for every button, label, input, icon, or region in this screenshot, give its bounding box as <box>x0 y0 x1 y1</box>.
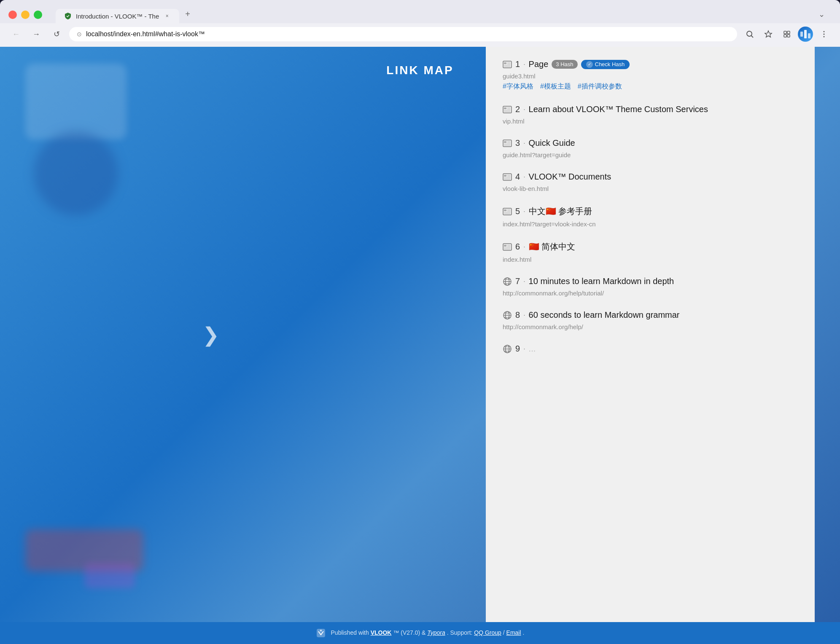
more-icon <box>820 30 828 38</box>
svg-rect-4 <box>787 31 790 34</box>
link-tag[interactable]: #字体风格 <box>503 82 533 91</box>
link-item-title: 5 · 中文🇨🇳 参考手册 <box>503 206 798 217</box>
item-number: 3 <box>515 138 520 148</box>
active-tab[interactable]: Introduction - VLOOK™ - The × <box>56 9 179 23</box>
item-name: Page <box>529 59 549 69</box>
star-icon <box>764 30 773 38</box>
close-button[interactable] <box>8 11 17 19</box>
minimize-button[interactable] <box>21 11 30 19</box>
vlook-footer-icon <box>316 628 326 638</box>
bookmark-button[interactable] <box>761 27 776 42</box>
item-number: 6 <box>515 242 520 252</box>
footer-vlook-link[interactable]: VLOOK <box>371 629 392 636</box>
check-icon: ✓ <box>586 61 593 68</box>
item-number: 9 <box>515 344 520 354</box>
page-icon <box>503 243 512 251</box>
tab-title: Introduction - VLOOK™ - The <box>76 13 159 20</box>
link-item-title: 8 · 60 seconds to learn Markdown grammar <box>503 310 798 320</box>
svg-point-11 <box>824 34 825 35</box>
bg-shape-4 <box>84 563 135 588</box>
link-item-url: http://commonmark.org/help/tutorial/ <box>503 290 798 297</box>
tab-bar: Introduction - VLOOK™ - The × + <box>56 6 195 23</box>
svg-point-10 <box>824 31 825 32</box>
item-number: 5 <box>515 207 520 216</box>
tab-dropdown-button[interactable]: ⌄ <box>812 6 832 22</box>
tab-close-button[interactable]: × <box>163 12 171 20</box>
footer-separator: / <box>503 629 506 636</box>
back-button[interactable]: ← <box>8 27 24 42</box>
item-name: Quick Guide <box>529 138 575 148</box>
nav-bar: ← → ↺ ⊙ localhost/index-en.html#what-is-… <box>0 23 840 47</box>
new-tab-button[interactable]: + <box>180 6 195 22</box>
page-icon <box>503 61 512 68</box>
link-tag[interactable]: #模板主题 <box>540 82 571 91</box>
page-icon <box>503 106 512 113</box>
link-item-url: index.html <box>503 256 798 263</box>
link-item-url: vip.html <box>503 118 798 125</box>
footer-typora-link[interactable]: Typora <box>427 629 445 636</box>
footer-end: . <box>522 629 524 636</box>
svg-rect-32 <box>504 175 506 177</box>
link-item-title: 7 · 10 minutes to learn Markdown in dept… <box>503 276 798 286</box>
link-item-url: guide3.html <box>503 72 798 80</box>
link-item-url: guide.html?target=guide <box>503 151 798 158</box>
search-icon <box>746 30 754 38</box>
svg-rect-37 <box>503 208 512 215</box>
title-bar: Introduction - VLOOK™ - The × + ⌄ <box>0 0 840 23</box>
list-item: 9 · ... <box>503 344 798 354</box>
svg-rect-43 <box>503 244 512 250</box>
globe-icon <box>503 311 512 320</box>
svg-rect-25 <box>503 140 512 147</box>
link-tag[interactable]: #插件调校参数 <box>578 82 622 91</box>
item-dot: · <box>523 106 525 113</box>
item-number: 4 <box>515 172 520 182</box>
svg-rect-7 <box>800 32 803 37</box>
svg-rect-13 <box>503 61 512 68</box>
extensions-button[interactable] <box>779 27 794 42</box>
lock-icon: ⊙ <box>77 31 82 38</box>
globe-icon <box>503 277 512 286</box>
link-item-url: http://commonmark.org/help/ <box>503 323 798 330</box>
list-item: 8 · 60 seconds to learn Markdown grammar… <box>503 310 798 330</box>
check-hash-button[interactable]: ✓ Check Hash <box>581 60 630 69</box>
footer-published: Published with <box>331 629 371 636</box>
item-name: ... <box>529 344 536 354</box>
page-footer: Published with VLOOK ™ (V27.0) & Typora … <box>0 622 840 644</box>
link-map-panel[interactable]: 1 · Page 3 Hash ✓ Check Hash guide3.html… <box>486 47 815 622</box>
svg-rect-19 <box>503 106 512 113</box>
search-button[interactable] <box>742 27 757 42</box>
menu-button[interactable] <box>816 27 832 42</box>
link-item-url: index.html?target=vlook-index-cn <box>503 220 798 228</box>
svg-marker-2 <box>765 31 772 37</box>
svg-rect-14 <box>504 62 506 64</box>
browser-avatar[interactable] <box>798 27 813 42</box>
item-number: 7 <box>515 276 520 286</box>
svg-rect-9 <box>808 33 810 38</box>
item-dot: · <box>523 278 525 285</box>
svg-rect-20 <box>504 107 506 109</box>
item-dot: · <box>523 311 525 319</box>
footer-qq-link[interactable]: QQ Group <box>474 629 501 636</box>
footer-version: ™ (V27.0) & <box>393 629 427 636</box>
reload-button[interactable]: ↺ <box>49 27 64 42</box>
maximize-button[interactable] <box>34 11 42 19</box>
forward-button[interactable]: → <box>29 27 44 42</box>
svg-rect-26 <box>504 141 506 143</box>
link-item-title: 6 · 🇨🇳 简体中文 <box>503 241 798 252</box>
link-item-title: 3 · Quick Guide <box>503 138 798 148</box>
footer-email-link[interactable]: Email <box>506 629 521 636</box>
item-name: 10 minutes to learn Markdown in depth <box>529 276 674 286</box>
svg-rect-31 <box>503 174 512 180</box>
globe-icon <box>503 344 512 354</box>
address-bar[interactable]: ⊙ localhost/index-en.html#what-is-vlook™ <box>69 27 737 41</box>
svg-point-0 <box>747 31 752 36</box>
link-item-title: 4 · VLOOK™ Documents <box>503 172 798 182</box>
list-item: 1 · Page 3 Hash ✓ Check Hash guide3.html… <box>503 59 798 91</box>
list-item: 7 · 10 minutes to learn Markdown in dept… <box>503 276 798 297</box>
list-item: 3 · Quick Guide guide.html?target=guide <box>503 138 798 158</box>
item-dot: · <box>523 140 525 147</box>
svg-point-12 <box>824 36 825 38</box>
svg-rect-8 <box>804 30 807 38</box>
tab-favicon <box>64 12 72 20</box>
url-text: localhost/index-en.html#what-is-vlook™ <box>86 30 205 38</box>
